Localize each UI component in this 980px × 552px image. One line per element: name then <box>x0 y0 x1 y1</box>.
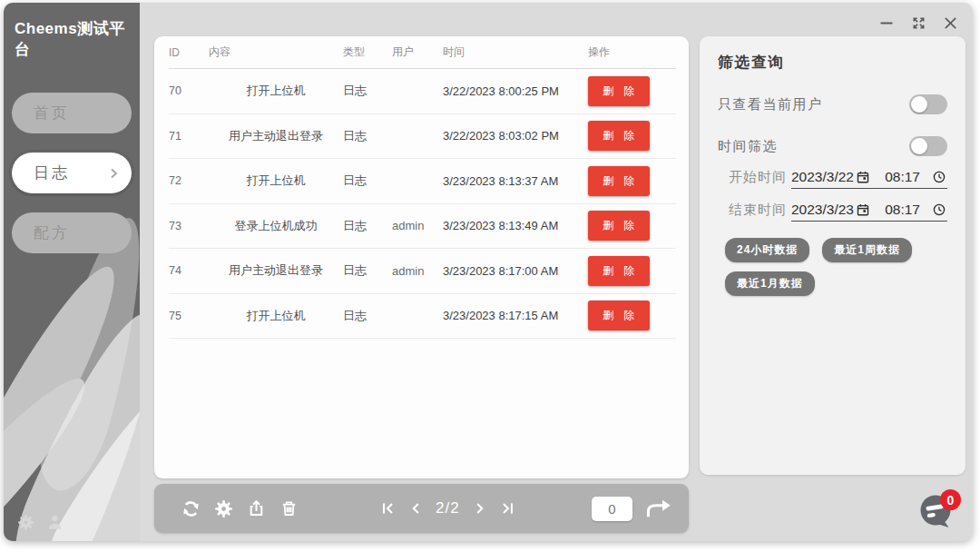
cell-content: 打开上位机 <box>209 308 343 324</box>
app-title: Cheems测试平台 <box>4 3 140 60</box>
first-page-button[interactable] <box>377 498 397 518</box>
chat-badge: 0 <box>940 489 961 510</box>
table-row: 74 用户主动退出登录 日志 admin 3/23/2023 8:17:00 A… <box>169 249 676 294</box>
clock-icon[interactable] <box>933 203 946 216</box>
chat-button[interactable]: 0 <box>917 492 959 534</box>
log-table-card: ID 内容 类型 用户 时间 操作 70 打开上位机 日志 3/22/2023 … <box>154 36 689 478</box>
delete-button[interactable]: 删 除 <box>588 301 650 330</box>
clock-icon[interactable] <box>933 171 946 183</box>
table-row: 73 登录上位机成功 日志 admin 3/23/2023 8:13:49 AM… <box>169 204 676 250</box>
delete-button[interactable]: 删 除 <box>588 76 650 106</box>
sidebar-item-label: 日志 <box>34 163 70 183</box>
settings-icon[interactable] <box>17 514 34 531</box>
minimize-icon <box>879 15 894 30</box>
cell-user: admin <box>392 264 443 278</box>
table-body: 70 打开上位机 日志 3/22/2023 8:00:25 PM 删 除 71 … <box>169 69 676 339</box>
cell-type: 日志 <box>343 262 392 279</box>
table-header: ID 内容 类型 用户 时间 操作 <box>169 36 676 69</box>
sidebar-item-label: 首页 <box>34 103 70 123</box>
header-content: 内容 <box>209 44 343 60</box>
cell-user: admin <box>392 219 443 232</box>
app-window: Cheems测试平台 首页 日志 配方 <box>4 3 973 541</box>
cell-id: 75 <box>169 310 209 322</box>
maximize-icon <box>911 15 926 31</box>
start-date-value: 2023/3/22 <box>791 169 854 185</box>
current-user-toggle[interactable] <box>909 94 947 114</box>
header-user: 用户 <box>392 44 443 60</box>
header-type: 类型 <box>343 44 392 60</box>
table-row: 71 用户主动退出登录 日志 3/22/2023 8:03:02 PM 删 除 <box>169 114 676 160</box>
cell-time: 3/23/2023 8:13:37 AM <box>443 174 588 188</box>
close-icon <box>943 15 958 31</box>
close-button[interactable] <box>942 15 958 31</box>
quick-range-chip[interactable]: 24小时数据 <box>725 238 809 262</box>
trash-icon[interactable] <box>279 499 299 518</box>
sidebar-footer <box>17 514 64 531</box>
window-controls <box>878 15 958 31</box>
cell-id: 74 <box>169 264 209 277</box>
cell-actions: 删 除 <box>588 211 676 241</box>
cell-type: 日志 <box>343 308 392 324</box>
calendar-icon[interactable] <box>857 203 869 216</box>
export-icon[interactable] <box>247 499 266 518</box>
cell-content: 登录上位机成功 <box>209 218 343 234</box>
cell-time: 3/23/2023 8:17:15 AM <box>443 309 588 322</box>
maximize-button[interactable] <box>910 15 926 31</box>
start-time-row: 开始时间 2023/3/22 08:17 <box>729 169 947 189</box>
sidebar-item-logs[interactable]: 日志 <box>12 153 132 193</box>
delete-button[interactable]: 删 除 <box>588 166 650 196</box>
go-to-page-arrow-icon[interactable] <box>645 498 672 518</box>
refresh-icon[interactable] <box>181 499 201 518</box>
end-time-value: 08:17 <box>885 202 920 218</box>
time-filter-toggle[interactable] <box>909 136 947 156</box>
end-time-row: 结束时间 2023/3/23 08:17 <box>729 202 947 222</box>
table-row: 72 打开上位机 日志 3/23/2023 8:13:37 AM 删 除 <box>169 159 676 204</box>
quick-range-chip[interactable]: 最近1月数据 <box>725 271 815 296</box>
sidebar: Cheems测试平台 首页 日志 配方 <box>4 3 140 541</box>
user-icon[interactable] <box>46 514 64 531</box>
table-toolbar: 2/2 <box>154 484 689 533</box>
cell-content: 用户主动退出登录 <box>209 262 343 279</box>
pagination: 2/2 <box>377 498 518 518</box>
cell-actions: 删 除 <box>588 121 676 151</box>
cell-time: 3/22/2023 8:03:02 PM <box>443 129 588 143</box>
settings-icon[interactable] <box>214 499 233 518</box>
header-time: 时间 <box>443 44 588 60</box>
toggle-knob <box>911 138 927 154</box>
cell-time: 3/22/2023 8:00:25 PM <box>443 84 588 98</box>
minimize-button[interactable] <box>878 15 895 31</box>
sidebar-item-recipes[interactable]: 配方 <box>12 212 132 253</box>
sidebar-item-home[interactable]: 首页 <box>12 93 132 133</box>
start-time-value: 08:17 <box>885 169 920 185</box>
header-actions: 操作 <box>588 44 676 60</box>
quick-range-chips: 24小时数据最近1周数据最近1月数据 <box>725 238 947 296</box>
chevron-right-icon <box>107 167 120 180</box>
end-time-label: 结束时间 <box>729 202 787 222</box>
cell-time: 3/23/2023 8:17:00 AM <box>443 264 588 278</box>
delete-button[interactable]: 删 除 <box>588 256 650 286</box>
cell-id: 70 <box>169 84 209 97</box>
quick-range-chip[interactable]: 最近1周数据 <box>822 238 912 262</box>
start-time-label: 开始时间 <box>729 169 787 189</box>
page-number-input[interactable] <box>592 497 632 521</box>
cell-id: 71 <box>169 130 209 143</box>
delete-button[interactable]: 删 除 <box>588 211 650 241</box>
current-user-filter-row: 只查看当前用户 <box>718 94 947 114</box>
end-date-value: 2023/3/23 <box>791 202 854 218</box>
end-time-field[interactable]: 2023/3/23 08:17 <box>791 202 947 222</box>
toggle-label: 时间筛选 <box>718 138 778 155</box>
cell-content: 用户主动退出登录 <box>209 128 343 144</box>
prev-page-button[interactable] <box>406 498 426 518</box>
next-page-button[interactable] <box>470 498 490 518</box>
table-row: 70 打开上位机 日志 3/22/2023 8:00:25 PM 删 除 <box>169 69 676 114</box>
last-page-button[interactable] <box>498 498 518 518</box>
cell-time: 3/23/2023 8:13:49 AM <box>443 219 588 232</box>
cell-id: 72 <box>169 174 209 187</box>
toggle-knob <box>911 96 927 113</box>
cell-actions: 删 除 <box>588 301 676 330</box>
calendar-icon[interactable] <box>857 171 869 183</box>
start-time-field[interactable]: 2023/3/22 08:17 <box>791 169 947 189</box>
delete-button[interactable]: 删 除 <box>588 121 650 151</box>
cell-content: 打开上位机 <box>209 172 343 189</box>
page-indicator: 2/2 <box>436 499 460 518</box>
